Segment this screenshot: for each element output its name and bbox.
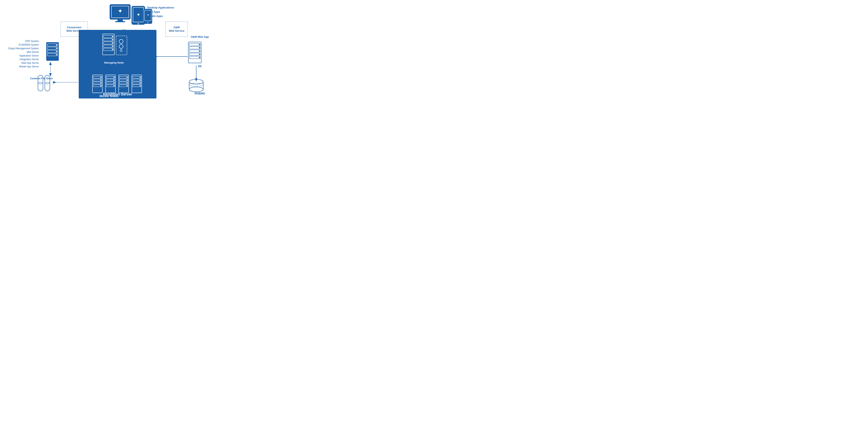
svg-point-64: [114, 77, 115, 78]
worker-nodes-label: Worker Nodes: [89, 94, 129, 98]
svg-point-41: [112, 36, 113, 37]
omws-label: O&MWeb Service: [169, 26, 184, 33]
left-systems-label: ERP System ECM/DMS System Output Managem…: [8, 39, 39, 68]
worker-node-2-icon: [105, 74, 116, 93]
svg-text:✦: ✦: [118, 8, 122, 14]
svg-rect-16: [115, 21, 125, 22]
managing-node-label: Managing Node: [97, 61, 131, 64]
rdbms-icon: [188, 79, 204, 93]
svg-rect-87: [189, 43, 200, 46]
svg-point-43: [112, 42, 113, 43]
svg-point-92: [199, 44, 200, 45]
svg-point-106: [45, 82, 50, 84]
common-file-share-label: Common File Share: [29, 77, 54, 80]
svg-point-42: [112, 39, 113, 40]
svg-point-65: [114, 80, 115, 81]
svg-point-44: [112, 45, 113, 47]
rdbms-label: RDBMS: [192, 92, 207, 95]
svg-point-93: [199, 47, 200, 48]
svg-point-76: [127, 85, 128, 86]
svg-point-73: [127, 77, 128, 78]
svg-rect-91: [189, 56, 200, 59]
svg-text:✦: ✦: [137, 12, 140, 17]
svg-point-66: [114, 82, 115, 84]
svg-point-105: [38, 82, 42, 84]
client-apps-label: Desktop Applications Web Apps Mobile App…: [147, 6, 174, 18]
iis-label: IIS: [194, 65, 206, 68]
svg-point-94: [199, 51, 200, 52]
svg-rect-89: [189, 50, 200, 52]
svg-point-101: [189, 87, 203, 92]
svg-point-49: [120, 50, 122, 52]
svg-point-32: [56, 47, 57, 49]
iis-server-icon: [188, 41, 202, 64]
managing-node-server-icon: [102, 33, 115, 56]
svg-point-83: [140, 80, 141, 81]
conversion-web-service-label: ConversionWeb Service: [66, 26, 82, 33]
svg-point-58: [100, 85, 101, 86]
omwebapp-label: O&M Web App: [191, 35, 209, 38]
diagram-container: Rendition Server ConversionWeb Service O…: [0, 0, 217, 107]
svg-point-55: [100, 77, 101, 78]
svg-point-34: [56, 54, 57, 55]
svg-point-20: [137, 23, 139, 25]
svg-point-96: [199, 57, 200, 58]
svg-point-82: [140, 77, 141, 78]
svg-point-56: [100, 80, 101, 81]
managing-node-secondary-icon: [116, 35, 128, 56]
svg-point-75: [127, 82, 128, 84]
svg-point-47: [119, 39, 123, 43]
svg-rect-88: [189, 46, 200, 49]
worker-node-3-icon: [118, 74, 129, 93]
client-area: ✦ ✦ ✦: [109, 4, 152, 28]
svg-point-45: [112, 49, 113, 50]
svg-point-31: [56, 44, 57, 45]
svg-point-95: [199, 54, 200, 55]
svg-point-57: [100, 82, 101, 84]
svg-point-102: [189, 83, 203, 86]
worker-node-4-icon: [131, 74, 142, 93]
svg-point-33: [56, 51, 57, 52]
svg-point-74: [127, 80, 128, 81]
svg-rect-15: [118, 19, 123, 21]
omws-box: O&MWeb Service: [165, 22, 188, 37]
svg-point-84: [140, 82, 141, 84]
svg-point-48: [119, 44, 123, 48]
svg-point-24: [147, 22, 149, 23]
conversion-web-service-box: ConversionWeb Service: [61, 22, 88, 37]
left-server-icon: [45, 41, 60, 62]
svg-point-85: [140, 85, 141, 86]
svg-point-67: [114, 85, 115, 86]
svg-rect-90: [189, 53, 200, 56]
worker-node-1-icon: [92, 74, 103, 93]
